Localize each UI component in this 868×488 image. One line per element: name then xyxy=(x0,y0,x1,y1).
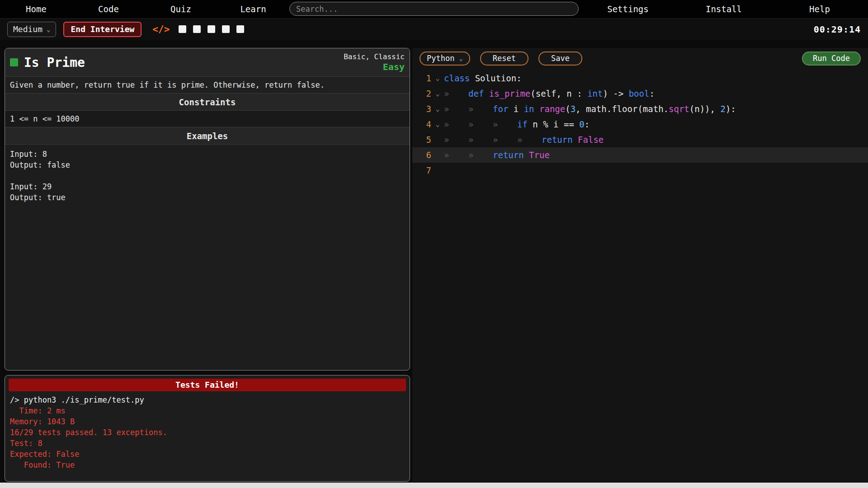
editor-toolbar: Python ⌄ Reset Save Run Code xyxy=(412,48,868,69)
example-line xyxy=(10,170,405,181)
difficulty-value: Medium xyxy=(13,24,42,34)
example-line: Input: 29 xyxy=(10,181,405,192)
language-select[interactable]: Python ⌄ xyxy=(420,52,470,66)
fold-chevron-icon[interactable]: ⌄ xyxy=(431,101,444,117)
search-input[interactable] xyxy=(289,2,579,16)
line-number: 7 xyxy=(412,163,431,178)
code-line[interactable]: 4⌄»»»if n % i == 0: xyxy=(412,117,868,132)
problem-difficulty: Easy xyxy=(344,61,405,73)
code-line[interactable]: 7 xyxy=(412,163,868,178)
fold-gutter xyxy=(431,163,444,178)
tab-indent-marker: » xyxy=(444,117,468,132)
code-line[interactable]: 1⌄class Solution: xyxy=(412,70,868,86)
tab-indent-marker: » xyxy=(468,147,493,163)
tab-indent-marker: » xyxy=(444,147,468,163)
line-number: 3 xyxy=(412,101,431,117)
test-console: /> python3 ./is_prime/test.py Time: 2 ms… xyxy=(5,394,410,471)
end-interview-button[interactable]: End Interview xyxy=(63,22,142,37)
examples-heading: Examples xyxy=(5,127,410,144)
code-token: return xyxy=(493,150,524,160)
example-line: Output: false xyxy=(10,160,405,170)
code-line[interactable]: 2⌄»def is_prime(self, n : int) -> bool: xyxy=(412,86,868,101)
tab-indent-marker: » xyxy=(444,132,468,147)
tab-indent-marker: » xyxy=(493,117,517,132)
console-command: /> python3 ./is_prime/test.py xyxy=(10,394,405,405)
code-token: class xyxy=(444,73,470,83)
code-line[interactable]: 5»»»»return False xyxy=(412,132,868,147)
nav-item-settings[interactable]: Settings xyxy=(580,0,676,18)
nav-item-install[interactable]: Install xyxy=(676,0,772,18)
code-line[interactable]: 6»»return True xyxy=(412,147,868,163)
line-number: 6 xyxy=(412,147,431,163)
nav-item-learn[interactable]: Learn xyxy=(217,0,289,18)
console-error-line: 16/29 tests passed. 13 exceptions. xyxy=(10,427,405,438)
code-token: def xyxy=(468,89,484,99)
constraints-heading: Constraints xyxy=(5,93,410,110)
tests-panel: Tests Failed! /> python3 ./is_prime/test… xyxy=(5,375,410,482)
nav-item-quiz[interactable]: Quiz xyxy=(145,0,217,18)
code-token: True xyxy=(529,150,550,160)
line-number: 1 xyxy=(412,70,431,86)
nav-item-help[interactable]: Help xyxy=(772,0,868,18)
code-editor[interactable]: 1⌄class Solution:2⌄»def is_prime(self, n… xyxy=(412,69,868,178)
constraints-text: 1 <= n <= 10000 xyxy=(5,110,410,127)
code-token: (self, n : xyxy=(530,89,587,99)
code-token: : xyxy=(585,119,590,129)
code-token: if xyxy=(517,119,528,129)
code-text: »»»»return False xyxy=(444,132,604,147)
save-button[interactable]: Save xyxy=(538,52,582,66)
problem-panel: Is Prime Basic, Classic Easy Given a num… xyxy=(5,48,410,371)
chevron-down-icon: ⌄ xyxy=(47,26,50,33)
top-nav: HomeCodeQuizLearn SettingsInstallHelp xyxy=(0,0,868,18)
code-token: 2 xyxy=(720,104,725,114)
example-line: Output: true xyxy=(10,192,405,203)
difficulty-select[interactable]: Medium ⌄ xyxy=(7,22,56,37)
run-code-button[interactable]: Run Code xyxy=(802,52,861,66)
chevron-down-icon: ⌄ xyxy=(459,55,462,62)
code-token: int xyxy=(587,89,603,99)
tab-indent-marker: » xyxy=(468,117,493,132)
tab-indent-marker: » xyxy=(468,132,493,147)
problem-title: Is Prime xyxy=(24,55,344,70)
question-square xyxy=(222,25,230,33)
question-square xyxy=(208,25,215,33)
code-token: is_prime xyxy=(489,89,531,99)
nav-item-code[interactable]: Code xyxy=(72,0,145,18)
code-token: range xyxy=(539,104,565,114)
fold-chevron-icon[interactable]: ⌄ xyxy=(431,70,444,86)
console-error-line: Expected: False xyxy=(10,449,405,460)
reset-button[interactable]: Reset xyxy=(480,52,528,66)
line-number: 5 xyxy=(412,132,431,147)
code-token: ): xyxy=(726,104,736,114)
code-icon: </> xyxy=(152,24,170,35)
code-token xyxy=(524,150,529,160)
problem-description: Given a number, return true if it is pri… xyxy=(5,76,410,93)
console-error-line: Time: 2 ms xyxy=(10,405,405,416)
code-token: 0 xyxy=(579,119,584,129)
code-token: in xyxy=(524,104,534,114)
code-text: »»for i in range(3, math.floor(math.sqrt… xyxy=(444,101,736,117)
nav-item-home[interactable]: Home xyxy=(0,0,72,18)
question-square xyxy=(179,25,186,33)
nav-right: SettingsInstallHelp xyxy=(580,0,868,18)
question-square xyxy=(236,25,244,33)
code-token xyxy=(573,135,578,145)
code-token: , math.floor(math. xyxy=(576,104,669,114)
console-error-line: Test: 8 xyxy=(10,438,405,449)
tab-indent-marker: » xyxy=(444,86,468,101)
code-token: ( xyxy=(565,104,570,114)
question-progress xyxy=(179,25,244,33)
problem-status-icon xyxy=(10,58,18,66)
line-number: 2 xyxy=(412,86,431,101)
code-text: class Solution: xyxy=(444,70,522,86)
nav-left: HomeCodeQuizLearn xyxy=(0,0,289,18)
console-error-line: Memory: 1043 B xyxy=(10,416,405,427)
fold-chevron-icon[interactable]: ⌄ xyxy=(431,86,444,101)
code-token: sqrt xyxy=(669,104,689,114)
timer: 00:29:14 xyxy=(814,24,861,35)
code-line[interactable]: 3⌄»»for i in range(3, math.floor(math.sq… xyxy=(412,101,868,117)
code-token: 3 xyxy=(571,104,576,114)
fold-chevron-icon[interactable]: ⌄ xyxy=(431,117,444,132)
code-token: Solution: xyxy=(470,73,521,83)
tab-indent-marker: » xyxy=(468,101,493,117)
